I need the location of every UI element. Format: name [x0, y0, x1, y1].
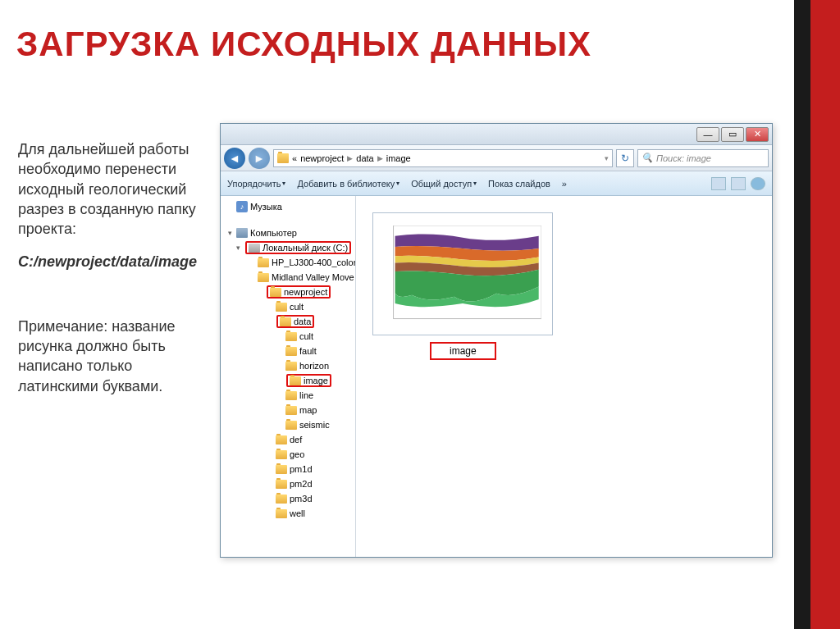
folder-label: image	[304, 376, 328, 385]
folder-icon	[276, 303, 287, 312]
folder-label: line	[299, 390, 313, 400]
minimize-button[interactable]: —	[696, 127, 719, 142]
folder-label: pm2d	[290, 479, 313, 489]
folder-tree: ♪ Музыка ▾ Компьютер ▾ Локальный диск (C…	[221, 196, 356, 557]
more-button[interactable]: »	[562, 179, 567, 189]
tree-folder-newproject[interactable]: newproject	[221, 285, 355, 299]
expand-icon[interactable]: ▾	[234, 244, 242, 252]
folder-icon	[258, 258, 269, 267]
music-icon: ♪	[236, 201, 248, 212]
decor-dark-stripe	[794, 0, 810, 629]
slideshow-button[interactable]: Показ слайдов	[488, 179, 550, 189]
folder-label: cult	[299, 331, 313, 341]
folder-icon	[280, 317, 291, 326]
tree-folder-Midland Valley Move 201[interactable]: Midland Valley Move 201	[221, 270, 355, 285]
expand-icon[interactable]: ▾	[226, 229, 234, 237]
tree-folder-seismic[interactable]: seismic	[221, 417, 355, 432]
forward-button[interactable]: ►	[249, 148, 270, 169]
folder-icon	[276, 495, 287, 504]
tree-computer[interactable]: ▾ Компьютер	[221, 226, 355, 240]
folder-icon	[285, 421, 297, 430]
folder-label: pm1d	[290, 464, 313, 474]
project-path: C:/newproject/data/image	[18, 252, 207, 271]
toolbar: Упорядочить▾ Добавить в библиотеку▾ Общи…	[221, 171, 772, 196]
folder-icon	[285, 406, 297, 415]
folder-icon	[277, 153, 289, 163]
breadcrumb[interactable]: « newproject ▶ data ▶ image ▾	[273, 149, 613, 167]
paragraph-note: Примечание: название рисунка должно быть…	[18, 317, 207, 396]
chevron-down-icon[interactable]: ▾	[605, 154, 609, 162]
paragraph-1: Для дальнейшей работы необходимо перенес…	[18, 139, 207, 239]
organize-menu[interactable]: Упорядочить▾	[227, 179, 285, 189]
folder-icon	[276, 480, 287, 489]
folder-icon	[276, 465, 287, 474]
image-thumbnail[interactable]	[372, 212, 553, 335]
tree-folder-map[interactable]: map	[221, 403, 355, 417]
nav-bar: ◄ ► « newproject ▶ data ▶ image ▾ ↻ 🔍 По…	[221, 145, 772, 171]
view-icon[interactable]	[711, 177, 726, 190]
folder-icon	[285, 332, 297, 341]
bc-prefix: «	[292, 153, 297, 163]
folder-icon	[258, 273, 269, 282]
tree-folder-well[interactable]: well	[221, 506, 355, 521]
folder-label: map	[299, 405, 317, 415]
tree-folder-line[interactable]: line	[221, 388, 355, 403]
folder-label: newproject	[284, 287, 327, 297]
tree-folder-def[interactable]: def	[221, 432, 355, 447]
folder-icon	[276, 509, 287, 518]
folder-icon	[285, 362, 297, 371]
folder-label: geo	[290, 449, 304, 459]
add-library-menu[interactable]: Добавить в библиотеку▾	[297, 179, 399, 189]
tree-folder-horizon[interactable]: horizon	[221, 358, 355, 373]
folder-icon	[285, 391, 297, 400]
help-icon[interactable]	[751, 177, 765, 190]
explorer-body: ♪ Музыка ▾ Компьютер ▾ Локальный диск (C…	[221, 196, 772, 557]
search-icon: 🔍	[641, 153, 653, 163]
folder-label: def	[290, 435, 302, 444]
tree-folder-image[interactable]: image	[221, 373, 355, 388]
folder-icon	[276, 450, 287, 459]
share-menu[interactable]: Общий доступ▾	[411, 179, 477, 189]
back-button[interactable]: ◄	[224, 148, 245, 169]
folder-label: cult	[290, 302, 304, 312]
chevron-right-icon: ▶	[347, 154, 353, 162]
tree-music[interactable]: ♪ Музыка	[221, 199, 355, 214]
tree-folder-geo[interactable]: geo	[221, 447, 355, 462]
geology-cross-section-icon	[378, 218, 547, 330]
tree-folder-HP_LJ300-400_color_MFF[interactable]: HP_LJ300-400_color_MFF	[221, 255, 355, 270]
search-placeholder: Поиск: image	[656, 153, 711, 163]
search-input[interactable]: 🔍 Поиск: image	[637, 149, 769, 167]
slide-title: ЗАГРУЗКА ИСХОДНЫХ ДАННЫХ	[16, 25, 591, 64]
folder-icon	[285, 347, 297, 356]
folder-label: pm3d	[290, 494, 313, 504]
maximize-button[interactable]: ▭	[721, 127, 744, 142]
tree-folder-data[interactable]: data	[221, 314, 355, 329]
tree-folder-cult[interactable]: cult	[221, 299, 355, 314]
tree-folder-pm3d[interactable]: pm3d	[221, 491, 355, 506]
folder-label: horizon	[299, 361, 329, 371]
tree-folder-cult[interactable]: cult	[221, 329, 355, 344]
chevron-right-icon: ▶	[377, 154, 383, 162]
content-pane: image	[356, 196, 772, 557]
bc-2[interactable]: image	[386, 153, 411, 163]
tree-cdrive[interactable]: ▾ Локальный диск (C:)	[221, 240, 355, 255]
folder-label: well	[290, 508, 305, 518]
refresh-button[interactable]: ↻	[616, 149, 634, 167]
body-text: Для дальнейшей работы необходимо перенес…	[18, 139, 207, 409]
close-button[interactable]: ✕	[746, 127, 769, 142]
folder-label: Midland Valley Move 201	[272, 272, 356, 282]
thumbnail-label[interactable]: image	[430, 342, 496, 360]
tree-folder-pm2d[interactable]: pm2d	[221, 476, 355, 491]
bc-0[interactable]: newproject	[300, 153, 344, 163]
decor-red-stripe	[810, 0, 840, 629]
drive-icon	[249, 244, 260, 253]
folder-icon	[276, 435, 287, 444]
tree-folder-pm1d[interactable]: pm1d	[221, 462, 355, 476]
preview-pane-icon[interactable]	[731, 177, 746, 190]
tree-folder-fault[interactable]: fault	[221, 344, 355, 358]
bc-1[interactable]: data	[356, 153, 373, 163]
folder-label: HP_LJ300-400_color_MFF	[272, 258, 356, 267]
folder-label: fault	[299, 346, 317, 356]
window-titlebar: — ▭ ✕	[221, 124, 772, 145]
folder-icon	[290, 376, 301, 385]
